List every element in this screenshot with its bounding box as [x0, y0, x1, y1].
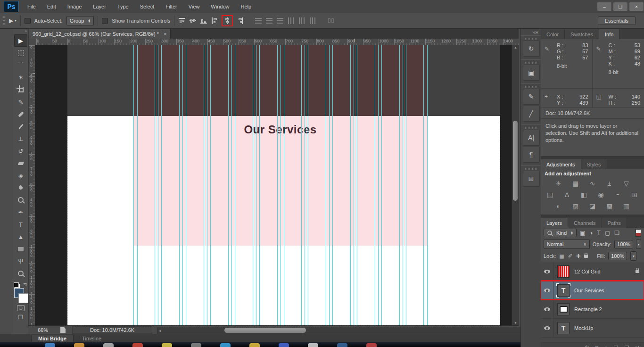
layer-thumbnail[interactable]: T [557, 284, 570, 297]
align-vertical-centers-icon[interactable] [189, 17, 197, 25]
eyedropper-tool[interactable]: ✎ [14, 96, 27, 108]
visibility-toggle[interactable] [541, 262, 553, 281]
gradient-tool[interactable]: ◈ [14, 169, 27, 182]
scroll-left-icon[interactable]: ◂ [159, 329, 161, 333]
tab-adjustments[interactable]: Adjustments [541, 159, 581, 169]
show-transform-checkbox[interactable] [102, 18, 108, 24]
zoom-level-field[interactable]: 66% [38, 327, 48, 333]
curves-icon[interactable]: ∿ [587, 179, 598, 188]
tab-swatches[interactable]: Swatches [565, 29, 599, 39]
delete-layer-icon[interactable]: ⊔ [635, 345, 639, 347]
menu-layer[interactable]: Layer [93, 4, 106, 9]
threshold-icon[interactable]: ◪ [587, 202, 598, 210]
vertical-scroll-thumb[interactable] [513, 121, 518, 201]
healing-brush-tool[interactable] [14, 108, 27, 120]
crop-tool[interactable] [14, 83, 27, 96]
distribute-bottom-edges-icon[interactable] [276, 17, 284, 25]
screen-mode-button[interactable]: ❐ [15, 313, 27, 322]
taskbar-app-icon[interactable] [308, 343, 318, 347]
taskbar-app-icon[interactable] [162, 343, 172, 347]
close-button[interactable]: × [629, 2, 644, 11]
layer-effects-icon[interactable]: fx [585, 345, 589, 347]
menu-type[interactable]: Type [117, 4, 129, 9]
menu-select[interactable]: Select [140, 4, 155, 9]
brush-tool[interactable] [14, 120, 27, 132]
color-balance-icon[interactable]: ∆ [562, 190, 572, 199]
menu-view[interactable]: View [189, 4, 200, 9]
scroll-down-icon[interactable]: ▼ [512, 321, 519, 325]
tab-styles[interactable]: Styles [581, 159, 607, 169]
visibility-toggle[interactable] [541, 319, 553, 337]
taskbar-app-icon[interactable] [249, 343, 260, 347]
toolbar-collapse-icon[interactable]: » [13, 29, 28, 34]
document-tab[interactable]: 960_grid_12_col.psd @ 66% (Our Services,… [28, 29, 171, 39]
layer-name[interactable]: Our Services [574, 288, 604, 293]
align-bottom-edges-icon[interactable] [200, 17, 207, 25]
tab-layers[interactable]: Layers [541, 218, 568, 228]
group-layers-icon[interactable]: ❏ [614, 345, 619, 347]
layer-name[interactable]: 12 Col Grid [574, 269, 601, 274]
menu-edit[interactable]: Edit [47, 4, 56, 9]
collapse-panels-icon[interactable]: «« [533, 30, 538, 35]
blur-tool[interactable] [14, 182, 27, 194]
lock-all-icon[interactable] [584, 255, 588, 258]
blend-mode-dropdown[interactable]: Normal ▲▼ [544, 240, 590, 249]
brush-panel-icon[interactable]: ╱ [523, 106, 540, 122]
default-colors-icon[interactable] [14, 282, 19, 288]
auto-align-layers-icon[interactable] [327, 17, 335, 25]
taskbar-app-icon[interactable] [366, 343, 377, 347]
vertical-scrollbar[interactable]: ▲ ▼ [512, 45, 519, 325]
taskbar-app-icon[interactable] [103, 343, 114, 347]
visibility-toggle[interactable] [541, 281, 553, 299]
history-panel-icon[interactable]: ↻ [523, 41, 540, 57]
align-top-edges-icon[interactable] [178, 17, 186, 25]
scroll-up-icon[interactable]: ▲ [512, 45, 519, 50]
workspace-switcher-button[interactable]: Essentials [598, 17, 636, 25]
menu-file[interactable]: File [27, 4, 36, 9]
dodge-tool[interactable] [14, 194, 27, 206]
opacity-dropdown-icon[interactable]: ▼ [636, 240, 641, 249]
hand-tool[interactable]: Ψ [14, 255, 27, 267]
auto-select-scope-dropdown[interactable]: Group▲▼ [66, 16, 94, 25]
quick-mask-button[interactable] [15, 303, 27, 313]
align-horizontal-centers-icon[interactable] [223, 17, 231, 25]
filter-adjustment-layers-icon[interactable]: ◑ [589, 230, 593, 236]
taskbar-app-icon[interactable] [74, 343, 84, 347]
swap-colors-icon[interactable]: ⇆ [23, 282, 27, 287]
distribute-right-edges-icon[interactable] [309, 17, 316, 25]
tab-channels[interactable]: Channels [568, 218, 602, 228]
status-doc-icon[interactable] [60, 327, 66, 333]
layer-row-12-col-grid[interactable]: 12 Col Grid [541, 262, 644, 281]
black-white-icon[interactable]: ◧ [579, 190, 589, 199]
tab-paths[interactable]: Paths [602, 218, 627, 228]
properties-panel-icon[interactable]: ▣ [523, 65, 540, 81]
posterize-icon[interactable]: ▨ [570, 202, 581, 210]
ruler-corner[interactable] [28, 39, 35, 46]
opacity-value[interactable]: 100% [614, 240, 633, 248]
paragraph-panel-icon[interactable]: ¶ [523, 147, 540, 163]
rectangle-tool[interactable] [14, 243, 27, 255]
distribute-top-edges-icon[interactable] [255, 17, 262, 25]
type-tool[interactable]: T [14, 218, 27, 231]
filter-type-layers-icon[interactable]: T [597, 230, 601, 236]
tab-close-icon[interactable]: × [164, 31, 166, 37]
tab-timeline[interactable]: Timeline [75, 335, 108, 342]
levels-icon[interactable]: ▦ [570, 179, 581, 188]
taskbar-app-icon[interactable] [45, 343, 55, 347]
menu-image[interactable]: Image [67, 4, 82, 9]
move-tool[interactable]: ▶ [14, 34, 27, 47]
layer-row-mockup[interactable]: TMockUp [541, 319, 644, 338]
layer-mask-icon[interactable]: ◘ [595, 345, 598, 347]
layer-row-our-services[interactable]: TOur Services [541, 281, 644, 300]
horizontal-scroll-thumb[interactable] [224, 328, 306, 333]
restore-button[interactable]: ❒ [613, 2, 628, 11]
taskbar-app-icon[interactable] [337, 343, 347, 347]
align-left-edges-icon[interactable] [211, 17, 218, 25]
zoom-tool[interactable] [14, 267, 27, 280]
rectangular-marquee-tool[interactable] [14, 47, 27, 59]
distribute-horizontal-centers-icon[interactable] [298, 17, 305, 25]
move-tool-preset-icon[interactable]: ▶▾ [9, 17, 17, 24]
lock-position-icon[interactable]: ✚ [576, 253, 580, 259]
auto-select-checkbox[interactable] [25, 18, 31, 24]
new-layer-icon[interactable]: ❑ [625, 345, 629, 347]
